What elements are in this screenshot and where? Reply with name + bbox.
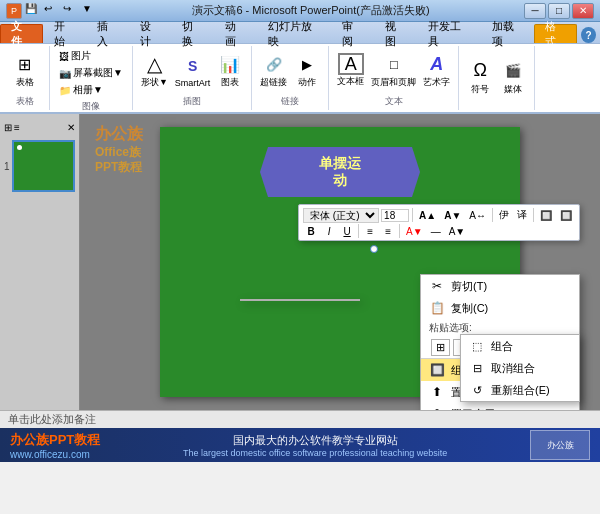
chart-button[interactable]: 📊 图表 [215, 50, 245, 91]
header-footer-button[interactable]: □ 页眉和页脚 [369, 50, 418, 91]
symbol-icon: Ω [468, 59, 492, 83]
maximize-button[interactable]: □ [548, 3, 570, 19]
picture-button[interactable]: 🖼 图片 [56, 48, 126, 64]
picture-icon: 🖼 [59, 51, 69, 62]
font-name-select[interactable]: 宋体 (正文) [303, 208, 379, 223]
translate-btn[interactable]: 译 [514, 207, 530, 223]
decrease-font-btn[interactable]: A▼ [441, 209, 464, 222]
group-table-label: 表格 [16, 95, 34, 108]
ctx-send-back[interactable]: ⬇ 置于底层(K) ▶ [421, 403, 579, 410]
italic-btn[interactable]: I [321, 225, 337, 238]
app-icon: P [6, 3, 22, 19]
fmt-row-2: B I U ≡ ≡ A▼ — A▼ [303, 224, 575, 238]
tab-view[interactable]: 视图 [374, 24, 417, 43]
panel-close-icon[interactable]: ✕ [67, 122, 75, 133]
symbol-button[interactable]: Ω 符号 [465, 57, 495, 98]
tab-format[interactable]: 格式 [534, 24, 577, 43]
hyperlink-button[interactable]: 🔗 超链接 [258, 50, 289, 91]
screenshot-button[interactable]: 📷 屏幕截图▼ [56, 65, 126, 81]
smartart-button[interactable]: S SmartArt [173, 52, 213, 90]
highlight-btn[interactable]: A▼ [446, 225, 469, 238]
group-text-label: 文本 [385, 95, 403, 108]
window-controls: ─ □ ✕ [524, 3, 594, 19]
regroup-icon: ↺ [469, 382, 485, 398]
tab-transitions[interactable]: 切换 [171, 24, 214, 43]
table-icon: ⊞ [13, 52, 37, 76]
tab-developer[interactable]: 开发工具 [417, 24, 481, 43]
ribbon-group-text: A 文本框 □ 页眉和页脚 A 艺术字 文本 [329, 46, 459, 110]
bottom-banner: 办公族PPT教程 www.officezu.com 国内最大的办公软件教学专业网… [0, 428, 600, 462]
banner-shape[interactable]: 单摆运 动 [260, 147, 420, 197]
banner-logo-top: 办公族PPT教程 [10, 431, 100, 449]
tab-animation[interactable]: 动画 [214, 24, 257, 43]
box-btn2[interactable]: 🔲 [557, 209, 575, 222]
submenu-group[interactable]: ⬚ 组合 [461, 335, 579, 357]
slide-thumbnail[interactable] [12, 140, 75, 192]
fmt-divider-4 [358, 224, 359, 238]
paste-icon-1[interactable]: ⊞ [431, 339, 450, 356]
ribbon-group-image: 🖼 图片 📷 屏幕截图▼ 📁 相册▼ 图像 [50, 46, 133, 110]
align-center-btn[interactable]: ≡ [362, 225, 378, 238]
close-button[interactable]: ✕ [572, 3, 594, 19]
window-title: 演示文稿6 - Microsoft PowerPoint(产品激活失败) [98, 3, 524, 18]
panel-list-icon[interactable]: ≡ [14, 122, 20, 133]
table-button[interactable]: ⊞ 表格 [10, 50, 40, 91]
minimize-button[interactable]: ─ [524, 3, 546, 19]
textbox-button[interactable]: A 文本框 [335, 51, 366, 90]
clearformat-btn[interactable]: A↔ [466, 209, 489, 222]
action-icon: ▶ [295, 52, 319, 76]
ribbon-tabs-container: 文件 开始 插入 设计 切换 动画 幻灯片放映 审阅 视图 开发工具 加载项 格… [0, 22, 600, 44]
tab-slideshow[interactable]: 幻灯片放映 [257, 24, 331, 43]
group-submenu [240, 299, 360, 301]
tab-addins[interactable]: 加载项 [481, 24, 534, 43]
tab-insert[interactable]: 插入 [86, 24, 129, 43]
redo-icon-tb[interactable]: ↪ [63, 3, 79, 19]
smartart-icon: S [181, 54, 205, 78]
quick-dropdown[interactable]: ▼ [82, 3, 98, 19]
fmt-divider-3 [533, 208, 534, 222]
fmt-divider-2 [492, 208, 493, 222]
fmt-row-1: 宋体 (正文) A▲ A▼ A↔ 伊 译 🔲 🔲 [303, 207, 575, 223]
tab-review[interactable]: 审阅 [331, 24, 374, 43]
group-illustration-label: 插图 [183, 95, 201, 108]
ctx-cut[interactable]: ✂ 剪切(T) [421, 275, 579, 297]
send-back-arrow: ▶ [563, 409, 571, 411]
submenu-regroup[interactable]: ↺ 重新组合(E) [461, 379, 579, 401]
group-link-label: 链接 [281, 95, 299, 108]
shapes-button[interactable]: △ 形状▼ [139, 50, 170, 91]
notes-placeholder: 单击此处添加备注 [8, 412, 96, 427]
align-left-btn[interactable]: 伊 [496, 207, 512, 223]
increase-font-btn[interactable]: A▲ [416, 209, 439, 222]
undo-icon-tb[interactable]: ↩ [44, 3, 60, 19]
tab-design[interactable]: 设计 [129, 24, 172, 43]
help-button[interactable]: ? [581, 27, 596, 43]
font-size-input[interactable] [381, 209, 409, 222]
format-toolbar: 宋体 (正文) A▲ A▼ A↔ 伊 译 🔲 🔲 B I U ≡ ≡ [298, 204, 580, 241]
ribbon-group-table: ⊞ 表格 表格 [0, 46, 50, 110]
bold-btn[interactable]: B [303, 225, 319, 238]
submenu-ungroup[interactable]: ⊟ 取消组合 [461, 357, 579, 379]
send-back-icon: ⬇ [429, 406, 445, 410]
font-color-btn[interactable]: A▼ [403, 225, 426, 238]
box-btn1[interactable]: 🔲 [537, 209, 555, 222]
selection-handle[interactable] [370, 245, 378, 253]
panel-grid-icon[interactable]: ⊞ [4, 122, 12, 133]
banner-logo-box: 办公族 [530, 430, 590, 460]
ctx-copy[interactable]: 📋 复制(C) [421, 297, 579, 319]
album-button[interactable]: 📁 相册▼ [56, 82, 126, 98]
align-right-btn[interactable]: ≡ [380, 225, 396, 238]
main-slide-area[interactable]: 单摆运 动 宋体 (正文) A▲ A▼ A↔ 伊 译 [80, 114, 600, 410]
notes-bar[interactable]: 单击此处添加备注 [0, 410, 600, 428]
wordart-button[interactable]: A 艺术字 [421, 50, 452, 91]
tab-home[interactable]: 开始 [43, 24, 86, 43]
underline-btn[interactable]: U [339, 225, 355, 238]
action-button[interactable]: ▶ 动作 [292, 50, 322, 91]
banner-text: 单摆运 动 [319, 155, 361, 189]
strikethrough-btn[interactable]: — [428, 225, 444, 238]
title-bar-left: P 💾 ↩ ↪ ▼ [6, 3, 98, 19]
media-button[interactable]: 🎬 媒体 [498, 57, 528, 98]
media-icon: 🎬 [501, 59, 525, 83]
tab-file[interactable]: 文件 [0, 24, 43, 43]
thumb-dot [17, 145, 22, 150]
save-icon-tb[interactable]: 💾 [25, 3, 41, 19]
